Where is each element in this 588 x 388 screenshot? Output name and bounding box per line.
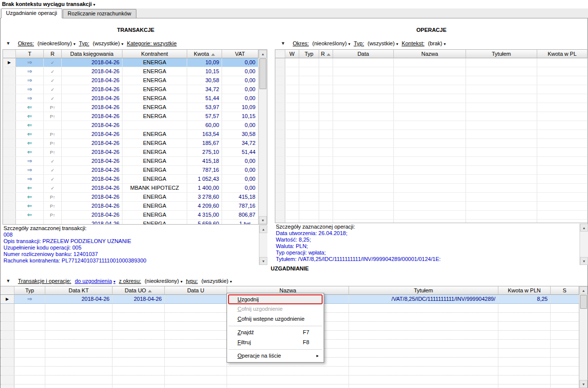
filter-segment[interactable]: (nieokreślony)▾	[144, 278, 182, 284]
transaction-details-scrollbar[interactable]: ▲ ▼	[259, 225, 267, 265]
filter-segment[interactable]: Kategorie: wszystkie	[127, 40, 177, 46]
status-cell: P↑	[44, 139, 62, 147]
statement-context-bar[interactable]: Brak kontekstu wyciągu transakcji▾	[0, 0, 588, 8]
scroll-down-icon[interactable]: ▼	[580, 257, 588, 265]
operation-row-empty	[275, 112, 588, 121]
filter-segment[interactable]: Okres:	[18, 40, 34, 46]
booking-date-cell: 2018-04-26	[62, 67, 122, 76]
status-cell: P↑	[44, 103, 62, 112]
operation-details-scrollbar[interactable]: ▲ ▼	[580, 224, 588, 265]
status-cell: ✓	[44, 94, 62, 103]
reconciled-check-icon: ✓	[51, 78, 55, 83]
filter-icon[interactable]: ▼	[6, 41, 10, 46]
transaction-row[interactable]: ⇒✓2018-04-26ENERGA10,150,00	[3, 67, 258, 76]
scroll-down-icon[interactable]: ▼	[580, 380, 588, 388]
filter-segment[interactable]: Okres:	[293, 40, 309, 46]
column-header-0[interactable]: T	[16, 50, 44, 58]
transaction-row[interactable]: ⇒✓2018-04-26ENERGA30,580,00	[3, 76, 258, 85]
operation-row-empty	[275, 94, 588, 103]
column-header-2[interactable]: R	[319, 50, 333, 58]
filter-segment[interactable]: Transakcje i operacje:	[18, 278, 71, 284]
transaction-row[interactable]: ⇐P↑2018-04-26ENERGA163,5430,58	[3, 130, 258, 139]
transaction-row[interactable]: ▶⇒✓2018-04-26ENERGA10,090,00	[3, 58, 258, 67]
contractor-cell: ENERGA	[122, 166, 187, 174]
scroll-up-icon[interactable]: ▲	[259, 225, 267, 233]
direction-cell: ⇐	[16, 139, 44, 147]
transaction-row[interactable]: ⇒✓2018-04-26ENERGA787,160,00	[3, 166, 258, 175]
filter-segment[interactable]: Typ:	[353, 40, 364, 46]
menu-item-cofnij-wstepne-uzgodnienie[interactable]: Cofnij wstępne uzgodnienie	[228, 314, 323, 324]
column-header-0[interactable]: Typ	[14, 286, 45, 295]
filter-segment[interactable]: (nieokreślony)▾	[37, 40, 75, 46]
column-header-6[interactable]: Kwota w PL	[537, 50, 588, 58]
column-header-3[interactable]: Data U	[165, 286, 227, 295]
transaction-row[interactable]: ⇐2018-04-2660,000,00	[3, 121, 258, 130]
transaction-row[interactable]: ⇐✓2018-04-26MBANK HIPOTECZ1 400,000,00	[3, 184, 258, 193]
column-header-4[interactable]: Nazwa	[394, 50, 466, 58]
direction-cell	[16, 220, 44, 224]
transaction-row[interactable]: ⇐P↑2018-04-26ENERGA4 209,60787,16	[3, 202, 258, 211]
column-header-6[interactable]: Kwota w PLN	[498, 286, 551, 295]
menu-item-uzgodnij[interactable]: Uzgodnij	[228, 294, 323, 304]
column-header-0[interactable]: W	[285, 50, 299, 58]
tab-uzgadnianie-operacji[interactable]: Uzgadnianie operacji	[1, 8, 62, 18]
filter-segment[interactable]: (wszystkie)▾	[201, 278, 232, 284]
column-header-3[interactable]: Kontrahent	[122, 50, 187, 58]
filter-icon[interactable]: ▼	[6, 278, 10, 283]
transactions-scrollbar[interactable]: ▲ ▼	[258, 50, 267, 224]
transaction-row[interactable]: ⇐P↑2018-04-26ENERGA4 315,00806,87	[3, 211, 258, 220]
scroll-down-icon[interactable]: ▼	[259, 216, 267, 224]
scroll-up-icon[interactable]: ▲	[580, 286, 588, 294]
transaction-row[interactable]: ⇒✓2018-04-26ENERGA1 052,430,00	[3, 175, 258, 184]
scroll-down-icon[interactable]: ▼	[259, 257, 267, 265]
transaction-row[interactable]: ⇐P↑2018-04-26ENERGA185,6734,72	[3, 139, 258, 148]
filter-segment[interactable]: typu:	[186, 278, 198, 284]
transaction-row[interactable]: ⇐P↑2018-04-26ENERGA53,9710,09	[3, 103, 258, 112]
transaction-row[interactable]: ⇐P↑2018-04-26ENERGA3 278,60415,18	[3, 193, 258, 202]
filter-segment[interactable]: do uzgodnienia▾	[75, 278, 116, 284]
scroll-up-icon[interactable]: ▲	[580, 224, 588, 232]
column-header-5[interactable]: Tytułem	[466, 50, 537, 58]
transaction-row[interactable]: ⇒✓2018-04-26ENERGA34,720,00	[3, 85, 258, 94]
scrollbar-thumb[interactable]	[259, 58, 266, 89]
transfer-out-icon: ⇒	[27, 77, 32, 84]
column-header-7[interactable]: S	[551, 286, 579, 295]
transaction-row[interactable]: ⇒✓2018-04-26ENERGA51,440,00	[3, 94, 258, 103]
transaction-row[interactable]: ⇐P↑2018-04-26ENERGA57,5710,15	[3, 112, 258, 121]
column-header-5[interactable]: Tytułem	[349, 286, 498, 295]
menu-separator	[229, 326, 322, 326]
amount-cell: 787,16	[187, 166, 222, 174]
transaction-row[interactable]: ⇒✓2018-04-26ENERGA415,180,00	[3, 157, 258, 166]
column-header-4[interactable]: Kwota	[187, 50, 222, 58]
transaction-row[interactable]: ⇐P↑2018-04-26ENERGA275,1051,44	[3, 148, 258, 157]
booking-date-cell: 2018-04-26	[62, 112, 122, 121]
operation-details-panel: Szczegóły zaznaczonej operacji: Data utw…	[275, 224, 588, 265]
transaction-row[interactable]: 2018-04-26ENERGA5 659,601 tys...	[3, 220, 258, 224]
scrollbar-thumb[interactable]	[580, 295, 587, 309]
menu-item-filtruj[interactable]: FiltrujF8	[228, 338, 323, 348]
filter-icon[interactable]: ▼	[281, 41, 285, 46]
column-header-3[interactable]: Data	[333, 50, 394, 58]
direction-cell: ⇒	[16, 85, 44, 94]
menu-item-cofnij-uzgodnienie: Cofnij uzgodnienie	[228, 304, 323, 314]
column-header-5[interactable]: VAT	[222, 50, 258, 58]
amount-cell: 163,54	[187, 130, 222, 138]
scroll-up-icon[interactable]: ▲	[259, 50, 267, 58]
current-row-marker	[3, 130, 16, 138]
filter-segment[interactable]: (nieokreślony)▾	[312, 40, 350, 46]
filter-segment[interactable]: (brak)▾	[428, 40, 446, 46]
menu-item-znajdz[interactable]: ZnajdźF7	[228, 328, 323, 338]
filter-segment[interactable]: z okresu:	[119, 278, 141, 284]
filter-segment[interactable]: Typ:	[79, 40, 89, 46]
column-header-1[interactable]: R	[44, 50, 62, 58]
filter-segment[interactable]: (wszystkie)▾	[367, 40, 398, 46]
filter-segment[interactable]: (wszystkie)▾	[93, 40, 123, 46]
column-header-1[interactable]: Data KT	[45, 286, 113, 295]
column-header-1[interactable]: Typ	[299, 50, 319, 58]
filter-segment[interactable]: Kontekst:	[402, 40, 425, 46]
column-header-2[interactable]: Data UO	[113, 286, 165, 295]
column-header-2[interactable]: Data księgowania	[62, 50, 122, 58]
menu-item-operacje-na-liscie[interactable]: Operacje na liście▸	[228, 351, 323, 361]
reconciliation-scrollbar[interactable]: ▲ ▼	[579, 286, 588, 388]
tab-rozliczanie-rozrachunkow[interactable]: Rozliczanie rozrachunków	[63, 9, 136, 18]
